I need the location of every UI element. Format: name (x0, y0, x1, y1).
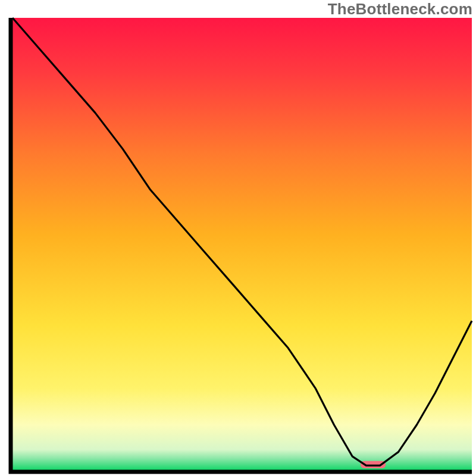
chart-svg (0, 0, 476, 476)
chart-background (12, 18, 472, 470)
chart-canvas: TheBottleneck.com (0, 0, 476, 476)
